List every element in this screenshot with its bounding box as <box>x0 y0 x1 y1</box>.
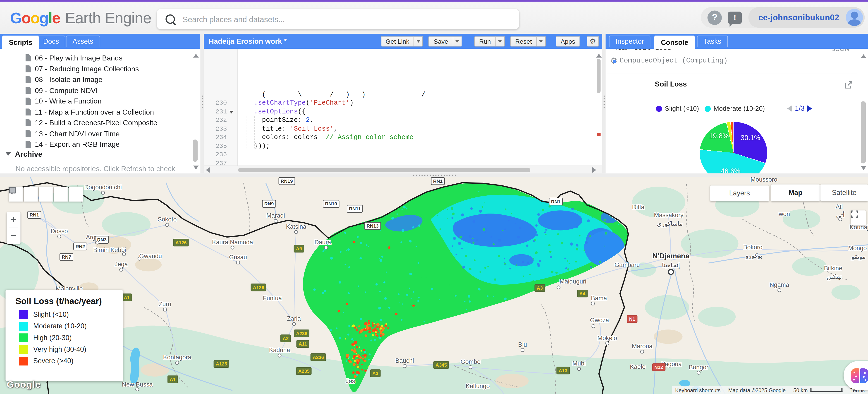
console-scroll-up[interactable] <box>861 54 866 58</box>
code-fold-icon[interactable] <box>229 111 234 113</box>
tab-scripts[interactable]: Scripts <box>2 35 39 49</box>
reset-dropdown[interactable] <box>536 36 545 46</box>
save-dropdown[interactable] <box>453 36 462 46</box>
editor-scroll-up[interactable] <box>596 54 601 58</box>
map-place-label: بوكورو <box>746 252 762 260</box>
save-button[interactable]: Save <box>429 36 462 47</box>
search-icon <box>165 14 175 24</box>
reset-button[interactable]: Reset <box>510 36 546 47</box>
keyboard-shortcuts-link[interactable]: Keyboard shortcuts <box>675 387 720 393</box>
run-button[interactable]: Run <box>474 36 505 47</box>
city-dot <box>294 230 298 234</box>
fullscreen-button[interactable] <box>851 210 866 225</box>
run-dropdown[interactable] <box>495 36 504 46</box>
splitter-right[interactable] <box>602 34 606 173</box>
feedback-icon[interactable]: ! <box>728 11 742 24</box>
zoom-in-button[interactable]: + <box>6 212 20 228</box>
city-dot <box>57 235 61 238</box>
splitter-horizontal[interactable] <box>0 174 868 177</box>
pager-next-icon[interactable] <box>807 105 812 112</box>
legend-title: Soil Loss (t/hac/year) <box>16 296 102 306</box>
script-item[interactable]: 07 - Reducing Image Collections <box>26 63 139 74</box>
rectangle-icon[interactable] <box>69 187 83 202</box>
username: ee-johnsonibukun02 <box>758 13 839 22</box>
city-dot <box>137 257 142 261</box>
zoom-out-button[interactable]: − <box>6 228 20 243</box>
script-item[interactable]: 10 - Write a Function <box>26 96 102 106</box>
get-link-dropdown[interactable] <box>414 36 423 46</box>
map-place-label: Ati <box>836 203 843 210</box>
code-line[interactable]: colors: colors // Assign color scheme <box>238 133 413 141</box>
editor-scroll-left[interactable] <box>206 167 210 173</box>
script-item[interactable]: 11 - Map a Function over a Collection <box>26 107 154 117</box>
satellite-type-button[interactable]: Satellite <box>820 184 868 201</box>
editor-hscrollbar[interactable] <box>204 165 602 174</box>
script-item[interactable]: 08 - Isolate an Image <box>26 74 102 85</box>
map-place-label: Zuru <box>159 301 171 307</box>
apps-button[interactable]: Apps <box>556 36 580 47</box>
code-line[interactable]: .setOptions({ <box>238 108 306 116</box>
get-link-button[interactable]: Get Link <box>381 36 423 47</box>
open-chart-icon[interactable] <box>845 81 852 89</box>
layers-button[interactable]: Layers <box>710 185 769 201</box>
scripts-scroll-down[interactable] <box>193 165 199 170</box>
search-bar[interactable] <box>157 9 519 29</box>
tab-assets[interactable]: Assets <box>66 35 100 47</box>
route-shield: A4 <box>577 290 588 297</box>
route-shield: RN1 <box>27 211 41 219</box>
route-shield: A1 <box>122 294 132 301</box>
tab-tasks[interactable]: Tasks <box>697 35 728 47</box>
point-marker-icon[interactable] <box>24 187 38 202</box>
city-dot <box>697 371 701 374</box>
route-shield: RN1 <box>549 198 563 205</box>
city-dot <box>521 348 524 352</box>
avatar[interactable] <box>846 9 863 26</box>
script-item[interactable]: 06 - Play with Image Bands <box>26 53 123 63</box>
script-item[interactable]: 13 - Chart NDVI over Time <box>26 128 120 139</box>
code-line[interactable]: .setChartType('PieChart') <box>238 99 354 107</box>
search-input[interactable] <box>182 14 494 24</box>
code-editor[interactable]: ( \ / ) ) /230 .setChartType('PieChart')… <box>204 49 602 173</box>
map-type-button[interactable]: Map <box>771 184 820 201</box>
user-pill[interactable]: ee-johnsonibukun02 <box>748 7 865 28</box>
legend-swatch <box>19 322 28 331</box>
city-dot <box>122 252 126 256</box>
route-shield: A236 <box>311 353 326 361</box>
legend-swatch <box>19 345 28 354</box>
route-shield: A11 <box>297 340 309 348</box>
console-scroll-down[interactable] <box>861 166 866 170</box>
script-item[interactable]: 12 - Build a Greenest-Pixel Composite <box>26 117 157 128</box>
route-shield: RN2 <box>73 243 87 250</box>
archive-section[interactable]: Archive <box>5 150 42 158</box>
scripts-scrollbar[interactable] <box>193 140 197 162</box>
tab-inspector[interactable]: Inspector <box>609 35 650 47</box>
city-dot <box>119 268 123 272</box>
editor-scrollbar[interactable] <box>597 59 600 93</box>
scripts-scroll-up[interactable] <box>193 54 199 58</box>
json-link[interactable]: JSON <box>832 49 849 52</box>
map-place-label: Bauchi <box>395 357 414 364</box>
map-canvas[interactable]: DogondoutchiMaradiKatsinaDauraSokotoDoss… <box>0 177 868 394</box>
polygon-icon[interactable] <box>54 187 68 202</box>
splitter-left[interactable] <box>200 34 204 173</box>
code-line[interactable]: title: 'Soil Loss', <box>238 125 338 133</box>
polyline-icon[interactable] <box>39 187 53 202</box>
code-line[interactable]: pointSize: 2, <box>238 116 314 124</box>
file-icon <box>26 87 31 94</box>
gee-logo[interactable]: Google Earth Engine <box>10 9 151 27</box>
editor-hthumb[interactable] <box>238 168 530 172</box>
script-item[interactable]: 09 - Compute NDVI <box>26 85 98 95</box>
route-shield: A2 <box>280 334 291 342</box>
editor-scroll-right[interactable] <box>592 167 596 173</box>
line-number: 237 <box>206 159 227 166</box>
tab-docs[interactable]: Docs <box>36 35 65 47</box>
script-item[interactable]: 14 - Export an RGB Image <box>26 139 120 149</box>
city-dot <box>591 302 595 305</box>
console-divider <box>607 73 857 74</box>
editor-settings-gear-icon[interactable]: ⚙ <box>587 36 599 47</box>
tab-console[interactable]: Console <box>654 35 695 49</box>
route-shield: A3 <box>370 369 380 377</box>
help-icon[interactable]: ? <box>708 10 722 25</box>
console-scrollbar[interactable] <box>861 101 866 163</box>
pager-prev-icon[interactable] <box>787 105 792 112</box>
